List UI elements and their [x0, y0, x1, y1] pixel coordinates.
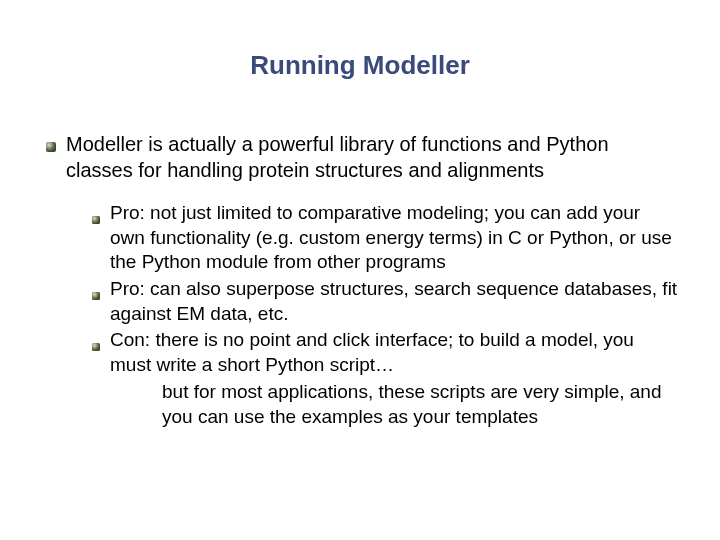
bullet-icon	[92, 286, 100, 294]
bullet-icon	[46, 138, 56, 148]
sub-bullet: Con: there is no point and click interfa…	[92, 328, 680, 377]
continuation-text: but for most applications, these scripts…	[92, 380, 680, 429]
sub-bullet-text: Con: there is no point and click interfa…	[110, 328, 680, 377]
sub-bullet-text: Pro: not just limited to comparative mod…	[110, 201, 680, 275]
sub-bullet-list: Pro: not just limited to comparative mod…	[40, 201, 680, 429]
main-bullet-text: Modeller is actually a powerful library …	[66, 131, 680, 183]
slide-title: Running Modeller	[40, 50, 680, 81]
sub-bullet-text: Pro: can also superpose structures, sear…	[110, 277, 680, 326]
svg-rect-3	[92, 343, 100, 351]
bullet-icon	[92, 210, 100, 218]
svg-rect-0	[46, 142, 56, 152]
main-bullet: Modeller is actually a powerful library …	[40, 131, 680, 183]
svg-rect-1	[92, 216, 100, 224]
bullet-icon	[92, 337, 100, 345]
sub-bullet: Pro: not just limited to comparative mod…	[92, 201, 680, 275]
sub-bullet: Pro: can also superpose structures, sear…	[92, 277, 680, 326]
svg-rect-2	[92, 292, 100, 300]
